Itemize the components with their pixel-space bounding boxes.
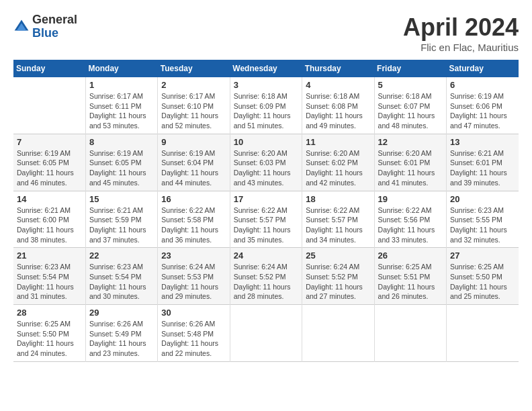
day-info: Sunrise: 6:18 AMSunset: 6:07 PMDaylight:… [378,91,443,131]
day-number: 9 [161,137,226,147]
calendar-cell: 9Sunrise: 6:19 AMSunset: 6:04 PMDaylight… [158,134,230,191]
day-info: Sunrise: 6:23 AMSunset: 5:54 PMDaylight:… [17,262,82,302]
location: Flic en Flac, Mauritius [403,42,519,53]
day-number: 24 [234,250,298,261]
calendar-cell [447,305,519,362]
day-number: 16 [161,194,226,204]
calendar-cell: 6Sunrise: 6:19 AMSunset: 6:06 PMDaylight… [447,77,519,134]
day-info: Sunrise: 6:26 AMSunset: 5:49 PMDaylight:… [89,319,154,359]
day-info: Sunrise: 6:21 AMSunset: 6:00 PMDaylight:… [17,205,82,245]
day-number: 11 [306,137,370,147]
day-info: Sunrise: 6:25 AMSunset: 5:51 PMDaylight:… [378,262,443,302]
calendar-cell: 30Sunrise: 6:26 AMSunset: 5:48 PMDayligh… [158,305,230,362]
day-header: Tuesday [158,60,230,77]
day-number: 26 [378,250,443,261]
logo-icon [13,19,30,35]
day-header: Saturday [447,60,519,77]
day-info: Sunrise: 6:22 AMSunset: 5:57 PMDaylight:… [234,205,298,245]
calendar-cell: 11Sunrise: 6:20 AMSunset: 6:02 PMDayligh… [302,134,374,191]
day-header: Friday [374,60,446,77]
calendar-cell: 23Sunrise: 6:24 AMSunset: 5:53 PMDayligh… [158,248,230,305]
logo-blue: Blue [32,27,77,40]
calendar-cell: 10Sunrise: 6:20 AMSunset: 6:03 PMDayligh… [230,134,302,191]
calendar-cell: 7Sunrise: 6:19 AMSunset: 6:05 PMDaylight… [13,134,85,191]
day-number: 4 [306,80,370,90]
day-info: Sunrise: 6:18 AMSunset: 6:08 PMDaylight:… [306,91,370,131]
day-number: 7 [17,137,82,147]
day-info: Sunrise: 6:24 AMSunset: 5:52 PMDaylight:… [306,262,370,302]
calendar-cell: 26Sunrise: 6:25 AMSunset: 5:51 PMDayligh… [374,248,446,305]
day-number: 14 [17,194,82,204]
day-number: 29 [89,308,154,318]
month-title: April 2024 [403,13,519,42]
calendar-week-row: 1Sunrise: 6:17 AMSunset: 6:11 PMDaylight… [13,77,519,134]
day-number: 10 [234,137,298,147]
day-info: Sunrise: 6:19 AMSunset: 6:04 PMDaylight:… [161,148,226,188]
calendar-cell: 25Sunrise: 6:24 AMSunset: 5:52 PMDayligh… [302,248,374,305]
calendar-cell: 8Sunrise: 6:19 AMSunset: 6:05 PMDaylight… [85,134,157,191]
calendar-cell: 5Sunrise: 6:18 AMSunset: 6:07 PMDaylight… [374,77,446,134]
day-number: 25 [306,250,370,261]
day-number: 21 [17,250,82,261]
day-number: 20 [450,194,515,204]
day-info: Sunrise: 6:25 AMSunset: 5:50 PMDaylight:… [450,262,515,302]
calendar-table: SundayMondayTuesdayWednesdayThursdayFrid… [13,60,519,362]
day-info: Sunrise: 6:23 AMSunset: 5:55 PMDaylight:… [450,205,515,245]
calendar-cell: 29Sunrise: 6:26 AMSunset: 5:49 PMDayligh… [85,305,157,362]
day-number: 6 [450,80,515,90]
day-number: 17 [234,194,298,204]
day-info: Sunrise: 6:17 AMSunset: 6:10 PMDaylight:… [161,91,226,131]
calendar-cell: 27Sunrise: 6:25 AMSunset: 5:50 PMDayligh… [447,248,519,305]
day-number: 23 [161,250,226,261]
day-number: 12 [378,137,443,147]
day-info: Sunrise: 6:22 AMSunset: 5:57 PMDaylight:… [306,205,370,245]
day-info: Sunrise: 6:20 AMSunset: 6:02 PMDaylight:… [306,148,370,188]
day-info: Sunrise: 6:20 AMSunset: 6:03 PMDaylight:… [234,148,298,188]
day-number: 13 [450,137,515,147]
day-info: Sunrise: 6:22 AMSunset: 5:58 PMDaylight:… [161,205,226,245]
calendar-cell: 20Sunrise: 6:23 AMSunset: 5:55 PMDayligh… [447,191,519,248]
day-info: Sunrise: 6:17 AMSunset: 6:11 PMDaylight:… [89,91,154,131]
calendar-week-row: 7Sunrise: 6:19 AMSunset: 6:05 PMDaylight… [13,134,519,191]
calendar-cell: 13Sunrise: 6:21 AMSunset: 6:01 PMDayligh… [447,134,519,191]
calendar-cell: 24Sunrise: 6:24 AMSunset: 5:52 PMDayligh… [230,248,302,305]
calendar-cell [230,305,302,362]
calendar-week-row: 21Sunrise: 6:23 AMSunset: 5:54 PMDayligh… [13,248,519,305]
day-number: 3 [234,80,298,90]
calendar-cell: 18Sunrise: 6:22 AMSunset: 5:57 PMDayligh… [302,191,374,248]
day-info: Sunrise: 6:21 AMSunset: 5:59 PMDaylight:… [89,205,154,245]
day-number: 30 [161,308,226,318]
calendar-week-row: 14Sunrise: 6:21 AMSunset: 6:00 PMDayligh… [13,191,519,248]
day-info: Sunrise: 6:26 AMSunset: 5:48 PMDaylight:… [161,319,226,359]
day-number: 8 [89,137,154,147]
calendar-cell [13,77,85,134]
calendar-cell [302,305,374,362]
title-block: April 2024 Flic en Flac, Mauritius [403,13,519,53]
day-number: 27 [450,250,515,261]
day-number: 19 [378,194,443,204]
calendar-cell: 14Sunrise: 6:21 AMSunset: 6:00 PMDayligh… [13,191,85,248]
calendar-week-row: 28Sunrise: 6:25 AMSunset: 5:50 PMDayligh… [13,305,519,362]
calendar-cell: 1Sunrise: 6:17 AMSunset: 6:11 PMDaylight… [85,77,157,134]
day-info: Sunrise: 6:23 AMSunset: 5:54 PMDaylight:… [89,262,154,302]
day-number: 15 [89,194,154,204]
day-number: 1 [89,80,154,90]
day-info: Sunrise: 6:24 AMSunset: 5:53 PMDaylight:… [161,262,226,302]
calendar-cell: 12Sunrise: 6:20 AMSunset: 6:01 PMDayligh… [374,134,446,191]
day-info: Sunrise: 6:22 AMSunset: 5:56 PMDaylight:… [378,205,443,245]
day-number: 18 [306,194,370,204]
day-number: 2 [161,80,226,90]
day-header: Sunday [13,60,85,77]
logo-general: General [32,13,77,27]
logo-text: General Blue [32,13,77,40]
calendar-cell: 16Sunrise: 6:22 AMSunset: 5:58 PMDayligh… [158,191,230,248]
day-number: 28 [17,308,82,318]
day-info: Sunrise: 6:21 AMSunset: 6:01 PMDaylight:… [450,148,515,188]
calendar-cell: 2Sunrise: 6:17 AMSunset: 6:10 PMDaylight… [158,77,230,134]
day-number: 5 [378,80,443,90]
calendar-header-row: SundayMondayTuesdayWednesdayThursdayFrid… [13,60,519,77]
calendar-cell: 28Sunrise: 6:25 AMSunset: 5:50 PMDayligh… [13,305,85,362]
calendar-cell: 3Sunrise: 6:18 AMSunset: 6:09 PMDaylight… [230,77,302,134]
calendar-cell: 17Sunrise: 6:22 AMSunset: 5:57 PMDayligh… [230,191,302,248]
day-number: 22 [89,250,154,261]
